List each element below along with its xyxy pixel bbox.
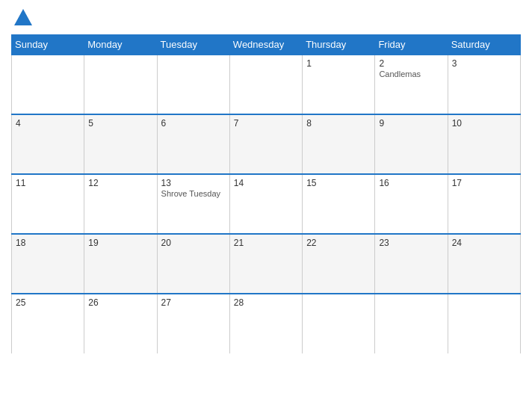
calendar-cell: 15 — [303, 174, 375, 234]
day-number: 11 — [16, 178, 80, 188]
calendar-cell: 25 — [12, 294, 84, 353]
day-number: 12 — [88, 178, 152, 188]
day-number: 4 — [16, 118, 80, 129]
calendar-cell — [303, 294, 375, 353]
day-header-tuesday: Tuesday — [157, 35, 229, 55]
calendar-cell: 20 — [157, 234, 229, 294]
day-number: 10 — [452, 118, 516, 129]
calendar-cell: 27 — [157, 294, 229, 353]
calendar-cell: 9 — [375, 114, 448, 174]
calendar-cell — [157, 55, 229, 114]
calendar-cell: 12 — [84, 174, 157, 234]
day-number: 13 — [161, 178, 226, 188]
calendar-cell: 7 — [229, 114, 302, 174]
day-number: 27 — [161, 297, 226, 308]
week-row-0: 12Candlemas3 — [12, 55, 521, 114]
calendar-cell: 26 — [84, 294, 157, 353]
week-row-2: 111213Shrove Tuesday14151617 — [12, 174, 521, 234]
day-number: 9 — [379, 118, 443, 129]
calendar-cell: 13Shrove Tuesday — [157, 174, 229, 234]
day-number: 23 — [379, 238, 443, 248]
days-header-row: SundayMondayTuesdayWednesdayThursdayFrid… — [12, 35, 521, 55]
logo — [11, 7, 34, 28]
calendar-cell: 16 — [375, 174, 448, 234]
calendar-cell: 17 — [448, 174, 520, 234]
calendar-cell: 11 — [12, 174, 84, 234]
day-number: 15 — [306, 178, 371, 188]
day-number: 20 — [161, 238, 226, 248]
calendar-cell: 3 — [448, 55, 520, 114]
day-number: 8 — [306, 118, 371, 129]
calendar-cell: 10 — [448, 114, 520, 174]
day-number: 22 — [306, 238, 371, 248]
calendar-cell: 22 — [303, 234, 375, 294]
day-number: 19 — [88, 238, 152, 248]
svg-marker-0 — [14, 9, 32, 25]
calendar-cell: 18 — [12, 234, 84, 294]
day-number: 17 — [452, 178, 516, 188]
day-header-saturday: Saturday — [448, 35, 520, 55]
day-number: 18 — [16, 238, 80, 248]
calendar-table: SundayMondayTuesdayWednesdayThursdayFrid… — [11, 34, 521, 353]
calendar-cell: 23 — [375, 234, 448, 294]
calendar-cell: 6 — [157, 114, 229, 174]
calendar-cell — [448, 294, 520, 353]
holiday-label: Shrove Tuesday — [161, 189, 221, 198]
calendar-header — [11, 7, 521, 28]
day-number: 3 — [452, 58, 516, 69]
day-number: 21 — [234, 238, 298, 248]
day-number: 24 — [452, 238, 516, 248]
calendar-cell: 5 — [84, 114, 157, 174]
day-number: 14 — [234, 178, 298, 188]
day-number: 26 — [88, 297, 152, 308]
calendar-cell: 8 — [303, 114, 375, 174]
week-row-4: 25262728 — [12, 294, 521, 353]
calendar-cell — [229, 55, 302, 114]
week-row-3: 18192021222324 — [12, 234, 521, 294]
day-number: 28 — [234, 297, 298, 308]
day-header-thursday: Thursday — [303, 35, 375, 55]
day-number: 6 — [161, 118, 226, 129]
calendar-cell: 2Candlemas — [375, 55, 448, 114]
day-number: 25 — [16, 297, 80, 308]
calendar-cell: 24 — [448, 234, 520, 294]
calendar-cell: 19 — [84, 234, 157, 294]
calendar-cell — [84, 55, 157, 114]
day-number: 5 — [88, 118, 152, 129]
day-number: 2 — [379, 58, 443, 69]
calendar-cell: 14 — [229, 174, 302, 234]
day-header-friday: Friday — [375, 35, 448, 55]
day-number: 1 — [306, 58, 371, 69]
calendar-cell: 21 — [229, 234, 302, 294]
day-header-sunday: Sunday — [12, 35, 84, 55]
calendar-cell: 1 — [303, 55, 375, 114]
day-header-wednesday: Wednesday — [229, 35, 302, 55]
calendar-cell: 28 — [229, 294, 302, 353]
calendar-cell — [375, 294, 448, 353]
day-number: 7 — [234, 118, 298, 129]
calendar-cell: 4 — [12, 114, 84, 174]
week-row-1: 45678910 — [12, 114, 521, 174]
day-header-monday: Monday — [84, 35, 157, 55]
calendar: SundayMondayTuesdayWednesdayThursdayFrid… — [0, 0, 532, 411]
calendar-cell — [12, 55, 84, 114]
holiday-label: Candlemas — [379, 69, 421, 78]
logo-icon — [13, 7, 34, 28]
day-number: 16 — [379, 178, 443, 188]
